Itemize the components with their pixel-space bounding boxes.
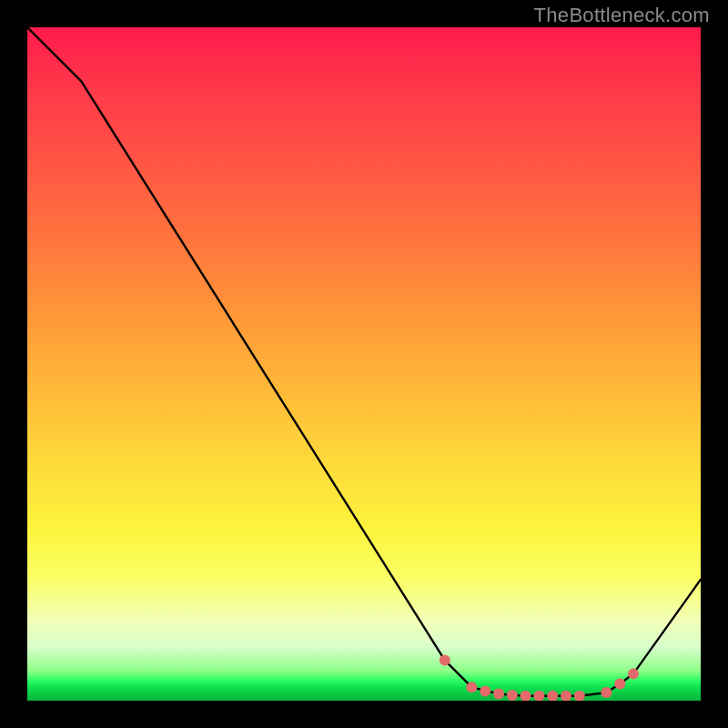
marker-dot [507, 690, 518, 701]
marker-dot [480, 686, 490, 697]
marker-dot [533, 691, 544, 701]
marker-dot [561, 691, 571, 701]
marker-dot [440, 655, 450, 666]
marker-dot [493, 689, 504, 700]
marker-dot [466, 682, 477, 693]
marker-dot [574, 691, 585, 701]
marker-dot [547, 691, 558, 701]
plot-area [27, 27, 701, 701]
attribution-text: TheBottleneck.com [534, 4, 710, 27]
marker-dot [614, 679, 625, 690]
marker-group [440, 655, 639, 701]
marker-dot [521, 691, 531, 701]
chart-svg [27, 27, 701, 701]
bottleneck-curve-path [27, 27, 701, 696]
marker-dot [628, 668, 639, 679]
marker-dot [601, 687, 612, 698]
